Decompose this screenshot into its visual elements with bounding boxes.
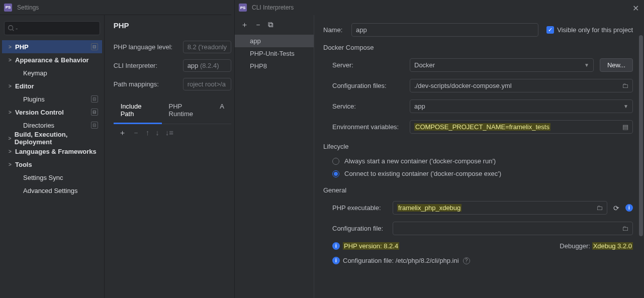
cli-interpreter-select[interactable]: app (8.2.4) — [183, 59, 231, 72]
info-icon: i — [332, 242, 340, 250]
page-title: PHP — [114, 21, 231, 30]
interpreter-item-php-unit-tests[interactable]: PHP-Unit-Tests — [235, 47, 314, 60]
sidebar-item-directories[interactable]: >Directories⊟ — [2, 119, 102, 132]
svg-point-0 — [9, 26, 13, 30]
up-icon[interactable]: ↑ — [146, 128, 150, 138]
info-icon[interactable]: i — [625, 204, 633, 212]
list-icon[interactable]: ▤ — [622, 123, 628, 131]
close-icon[interactable]: ✕ — [632, 4, 639, 13]
docker-compose-section-title: Docker Compose — [323, 44, 633, 51]
lang-level-select[interactable]: 8.2 ('readonly — [183, 41, 231, 53]
cli-interpreter-label: CLI Interpreter: — [114, 62, 183, 69]
php-exec-input[interactable]: framelix_php_xdebug 🗀 — [393, 201, 607, 215]
sidebar-item-tools[interactable]: >Tools — [2, 158, 102, 171]
tab-php-runtime[interactable]: PHP Runtime — [162, 98, 213, 124]
new-server-button[interactable]: New... — [600, 58, 633, 72]
env-input[interactable]: COMPOSE_PROJECT_NAME=framelix_tests ▤ — [410, 120, 633, 134]
svg-line-1 — [13, 30, 14, 31]
sort-icon[interactable]: ↓≡ — [165, 128, 173, 138]
interpreter-list-panel: ＋ － ⧉ appPHP-Unit-TestsPHP8 — [235, 15, 314, 298]
tabs: Include Path PHP Runtime A — [114, 98, 231, 124]
down-icon[interactable]: ↓ — [155, 128, 159, 138]
sidebar-item-languages-frameworks[interactable]: >Languages & Frameworks — [2, 145, 102, 158]
sidebar-item-settings-sync[interactable]: >Settings Sync — [2, 171, 102, 184]
radio-existing-container[interactable]: Connect to existing container ('docker-c… — [323, 170, 633, 177]
settings-main: PHP PHP language level: 8.2 ('readonly C… — [105, 15, 231, 298]
remove-interpreter-icon[interactable]: － — [254, 20, 262, 30]
phpstorm-icon: PS — [239, 4, 247, 12]
scrollbar[interactable] — [639, 35, 643, 296]
interpreter-detail-panel: Name: ✓ Visible only for this project Do… — [314, 15, 644, 298]
sidebar-item-advanced-settings[interactable]: >Advanced Settings — [2, 184, 102, 197]
include-path-toolbar: ＋ － ↑ ↓ ↓≡ — [114, 124, 231, 142]
folder-icon[interactable]: 🗀 — [622, 82, 628, 89]
server-label: Server: — [332, 61, 410, 69]
sidebar-item-keymap[interactable]: >Keymap — [2, 66, 102, 79]
path-mappings-field[interactable]: roject root>/a — [183, 78, 231, 90]
settings-sidebar: - >PHP⊟>Appearance & Behavior>Keymap>Edi… — [0, 15, 105, 298]
general-section-title: General — [323, 186, 633, 194]
help-icon[interactable]: ? — [463, 257, 470, 264]
radio-new-container[interactable]: Always start a new container ('docker-co… — [323, 157, 633, 165]
remove-icon[interactable]: － — [132, 128, 140, 138]
phpstorm-icon: PS — [4, 4, 12, 12]
sidebar-item-build-execution-deployment[interactable]: >Build, Execution, Deployment — [2, 132, 102, 145]
radio-icon — [332, 170, 339, 177]
sidebar-item-appearance-behavior[interactable]: >Appearance & Behavior — [2, 53, 102, 66]
add-icon[interactable]: ＋ — [119, 128, 126, 138]
folder-icon[interactable]: 🗀 — [622, 225, 628, 232]
interpreter-item-php8[interactable]: PHP8 — [235, 60, 314, 72]
config-file-label: Configuration file: — [332, 225, 393, 232]
env-label: Environment variables: — [332, 123, 410, 131]
name-label: Name: — [323, 26, 351, 34]
dialog-title: CLI Interpreters — [252, 4, 294, 11]
settings-titlebar: PS Settings — [0, 0, 231, 15]
info-icon: i — [332, 257, 340, 264]
path-mappings-label: Path mappings: — [114, 80, 183, 88]
debugger-info: Debugger: Xdebug 3.2.0 — [560, 242, 633, 250]
interpreter-item-app[interactable]: app — [235, 35, 314, 47]
check-icon: ✓ — [546, 26, 554, 34]
cli-interpreters-dialog: PS CLI Interpreters ✕ ＋ － ⧉ appPHP-Unit-… — [234, 0, 644, 298]
visible-checkbox[interactable]: ✓ Visible only for this project — [546, 26, 633, 34]
server-select[interactable]: Docker▼ — [410, 58, 594, 72]
php-exec-label: PHP executable: — [332, 204, 393, 212]
sidebar-item-php[interactable]: >PHP⊟ — [2, 40, 102, 53]
settings-title: Settings — [17, 4, 39, 11]
config-info: Configuration file: /etc/php/8.2/cli/php… — [343, 257, 459, 264]
lang-level-label: PHP language level: — [114, 43, 183, 51]
sidebar-item-plugins[interactable]: >Plugins⊟ — [2, 92, 102, 106]
settings-window: PS Settings - >PHP⊟>Appearance & Behavio… — [0, 0, 231, 298]
service-select[interactable]: app▼ — [410, 100, 633, 113]
settings-search-input[interactable]: - — [4, 21, 100, 35]
dialog-titlebar: PS CLI Interpreters ✕ — [235, 0, 644, 15]
name-input[interactable] — [351, 23, 538, 37]
copy-interpreter-icon[interactable]: ⧉ — [268, 20, 273, 30]
search-icon — [8, 25, 15, 32]
tab-extra[interactable]: A — [213, 98, 231, 124]
service-label: Service: — [332, 103, 410, 110]
config-file-input[interactable]: 🗀 — [393, 222, 633, 235]
reload-icon[interactable]: ⟳ — [613, 204, 619, 212]
config-files-label: Configuration files: — [332, 82, 410, 89]
radio-icon — [332, 158, 339, 165]
config-files-input[interactable]: ./dev-scripts/docker-compose.yml 🗀 — [410, 79, 633, 92]
tab-include-path[interactable]: Include Path — [114, 98, 162, 124]
sidebar-item-version-control[interactable]: >Version Control⊟ — [2, 106, 102, 119]
add-interpreter-icon[interactable]: ＋ — [241, 20, 248, 30]
lifecycle-section-title: Lifecycle — [323, 143, 633, 150]
sidebar-item-editor[interactable]: >Editor — [2, 79, 102, 92]
folder-icon[interactable]: 🗀 — [596, 204, 603, 212]
